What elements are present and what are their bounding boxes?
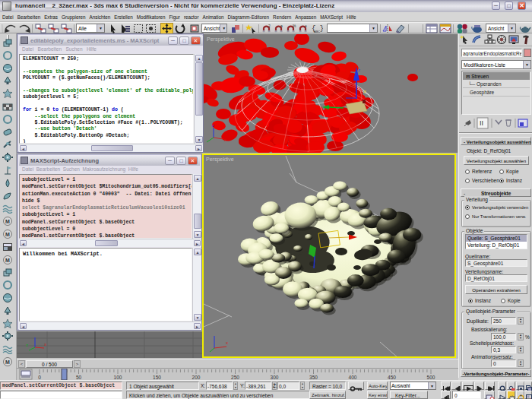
svg-text:500: 500	[427, 375, 435, 380]
svg-text:350: 350	[309, 375, 318, 380]
svg-text:%: %	[293, 24, 296, 28]
svg-text:x: x	[364, 89, 366, 93]
svg-text:0: 0	[38, 375, 41, 380]
svg-text:z: z	[358, 68, 360, 72]
svg-text:M: M	[5, 359, 10, 365]
svg-text:M: M	[5, 219, 10, 224]
svg-text:200: 200	[192, 375, 201, 380]
svg-text:150: 150	[153, 375, 161, 380]
svg-text:a: a	[280, 24, 283, 28]
svg-text:x: x	[44, 342, 46, 347]
svg-text:z: z	[212, 123, 214, 128]
svg-text:II: II	[480, 119, 483, 127]
svg-text:400: 400	[349, 375, 357, 380]
svg-text:50: 50	[76, 375, 82, 380]
svg-text:x: x	[224, 138, 226, 142]
svg-text:z: z	[26, 343, 28, 347]
svg-text:x: x	[226, 340, 228, 345]
svg-text:100: 100	[114, 375, 122, 380]
svg-text:e: e	[305, 24, 307, 28]
svg-text:300: 300	[271, 375, 279, 380]
svg-text:450: 450	[388, 375, 396, 380]
svg-text:2: 2	[268, 24, 271, 28]
svg-text:M: M	[5, 258, 10, 263]
svg-text:250: 250	[231, 375, 239, 380]
svg-text:M: M	[5, 232, 10, 237]
